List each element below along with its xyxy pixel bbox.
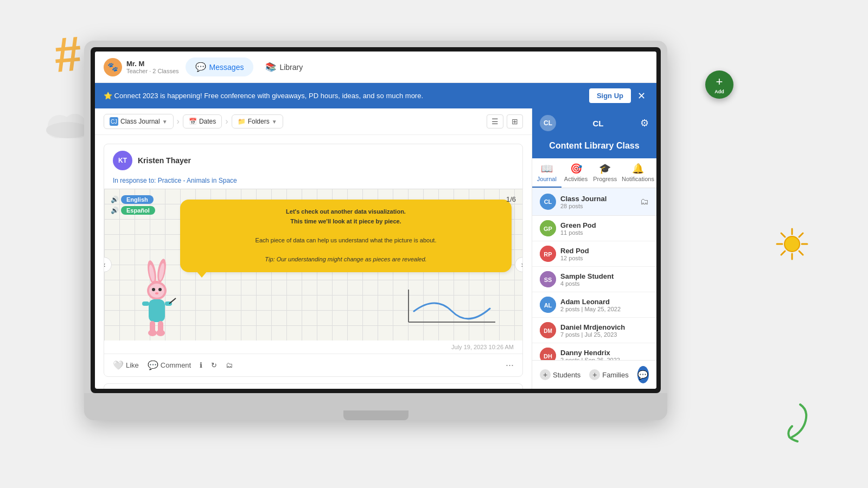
right-sidebar: CL CL ⚙ Content Library Class 📖 Journal (532, 108, 656, 389)
list-item[interactable]: DM Daniel Mrdjenovich 7 posts | Jul 25, … (532, 318, 656, 343)
class-journal-filter[interactable]: CJ Class Journal ▼ (104, 114, 174, 129)
post-response-link[interactable]: In response to: Practice - Animals in Sp… (104, 177, 522, 189)
more-options-button[interactable]: ··· (506, 359, 514, 371)
info-button[interactable]: ℹ (200, 361, 202, 369)
group-meta: 12 posts (560, 255, 649, 261)
sidebar-list[interactable]: CL Class Journal 28 posts 🗂 GP (532, 188, 656, 360)
fab-label: Add (714, 89, 724, 94)
speech-line-2: This time we'll look at it piece by piec… (189, 217, 503, 227)
svg-line-12 (781, 251, 785, 255)
class-journal-badge: CL (540, 194, 556, 210)
chat-button[interactable]: 💬 (637, 366, 649, 383)
post-media-inner: 🔊 English 🔊 Español (104, 189, 522, 341)
sign-up-button[interactable]: Sign Up (589, 88, 631, 103)
families-label: Families (602, 371, 628, 379)
svg-point-31 (148, 330, 157, 336)
progress-tab-label: Progress (593, 176, 617, 182)
svg-point-3 (46, 122, 90, 138)
main-content: CJ Class Journal ▼ › 📅 Dates › (95, 108, 656, 389)
folders-label: Folders (248, 118, 270, 125)
dates-filter[interactable]: 📅 Dates (183, 114, 222, 129)
feed-scroll[interactable]: KT Kristen Thayer In response to: Practi… (95, 135, 532, 389)
comment-button[interactable]: 💬 Comment (148, 360, 191, 370)
sidebar-settings-button[interactable]: ⚙ (640, 117, 649, 129)
svg-point-24 (155, 292, 158, 294)
filter-sep-1: › (177, 117, 180, 126)
user-role: Teacher · 2 Classes (126, 68, 179, 74)
group-avatar: DH (540, 348, 556, 360)
spanish-audio-btn[interactable]: 🔊 (111, 207, 119, 214)
deco-hashtag: # (52, 29, 84, 80)
list-item[interactable]: SS Sample Student 4 posts (532, 267, 656, 292)
grid-view-btn[interactable]: ⊞ (507, 114, 523, 129)
svg-line-10 (799, 251, 803, 255)
list-item[interactable]: DH Danny Hendrix 2 posts | Sep 26, 2022 (532, 343, 656, 360)
banner-close-button[interactable]: ✕ (635, 90, 648, 102)
banner-text: ⭐ Connect 2023 is happening! Free confer… (104, 92, 585, 100)
save-button[interactable]: 🗂 (226, 361, 233, 369)
fab-add-button[interactable]: + Add (705, 70, 733, 99)
svg-line-11 (799, 233, 803, 237)
class-journal-text: Class Journal 28 posts (560, 195, 636, 209)
svg-line-28 (169, 298, 176, 304)
list-view-btn[interactable]: ☰ (487, 114, 503, 129)
folders-filter[interactable]: 📁 Folders ▼ (232, 114, 283, 129)
svg-line-9 (781, 233, 785, 237)
calendar-icon: 📅 (189, 118, 197, 125)
tab-notifications[interactable]: 🔔 Notifications (620, 158, 656, 188)
app-container: 🐾 Mr. M Teacher · 2 Classes 💬 Messages 📚 (95, 52, 656, 389)
sidebar-footer: + Students + Families 💬 (532, 360, 656, 389)
group-meta: 11 posts (560, 229, 649, 236)
folder-icon: 📁 (238, 118, 246, 125)
post-header: KT Kristen Thayer (104, 144, 522, 177)
spanish-badge-wrapper: 🔊 Español (111, 206, 155, 215)
post-author-avatar: KT (113, 151, 132, 170)
group-text: Danny Hendrix 2 posts | Sep 26, 2022 (560, 349, 649, 361)
list-item[interactable]: AL Adam Leonard 2 posts | May 25, 2022 (532, 292, 656, 318)
add-students-button[interactable]: + Students (540, 369, 580, 380)
english-audio-btn[interactable]: 🔊 (111, 196, 119, 203)
library-nav-btn[interactable]: 📚 Library (256, 57, 312, 76)
group-meta: 4 posts (560, 280, 649, 287)
activities-tab-icon: 🎯 (570, 163, 582, 175)
curve-chart (398, 284, 506, 330)
feed-panel: CJ Class Journal ▼ › 📅 Dates › (95, 108, 532, 389)
library-icon: 📚 (265, 62, 276, 72)
post-card: KT Kristen Thayer In response to: Practi… (104, 144, 523, 377)
fab-plus-icon: + (716, 75, 723, 89)
class-journal-folder-btn[interactable]: 🗂 (640, 197, 649, 207)
class-journal-icon: CJ (110, 117, 118, 126)
share-button[interactable]: ↻ (211, 361, 217, 369)
messages-nav-btn[interactable]: 💬 Messages (186, 57, 254, 76)
sidebar-title-area: CL (560, 119, 636, 128)
svg-text:GP: GP (544, 226, 552, 232)
group-name: Danny Hendrix (560, 349, 649, 357)
group-avatar: SS (540, 271, 556, 287)
progress-tab-icon: 🎓 (599, 163, 611, 175)
deco-swirl (781, 399, 819, 445)
class-journal-item[interactable]: CL Class Journal 28 posts 🗂 (532, 188, 656, 216)
chat-icon: 💬 (637, 370, 648, 380)
add-families-icon: + (589, 369, 600, 380)
announcement-banner: ⭐ Connect 2023 is happening! Free confer… (95, 83, 656, 108)
messages-icon: 💬 (195, 62, 206, 72)
group-avatar: AL (540, 297, 556, 313)
activities-tab-label: Activities (564, 176, 588, 182)
tab-journal[interactable]: 📖 Journal (532, 158, 561, 188)
post-timestamp: July 19, 2023 10:26 AM (104, 341, 522, 354)
group-avatar: DM (540, 322, 556, 338)
like-button[interactable]: 🤍 Like (113, 360, 139, 370)
laptop-notch (343, 410, 409, 420)
tab-activities[interactable]: 🎯 Activities (561, 158, 591, 188)
list-item[interactable]: GP Green Pod 11 posts (532, 216, 656, 241)
tab-progress[interactable]: 🎓 Progress (590, 158, 620, 188)
add-families-button[interactable]: + Families (589, 369, 628, 380)
notifications-tab-label: Notifications (622, 176, 654, 182)
notifications-tab-icon: 🔔 (632, 163, 644, 175)
user-avatar: 🐾 (104, 58, 122, 76)
spanish-badge: Español (121, 206, 155, 215)
top-nav: 🐾 Mr. M Teacher · 2 Classes 💬 Messages 📚 (95, 52, 656, 83)
group-name: Red Pod (560, 247, 649, 255)
svg-text:SS: SS (544, 277, 552, 283)
list-item[interactable]: RP Red Pod 12 posts (532, 241, 656, 267)
